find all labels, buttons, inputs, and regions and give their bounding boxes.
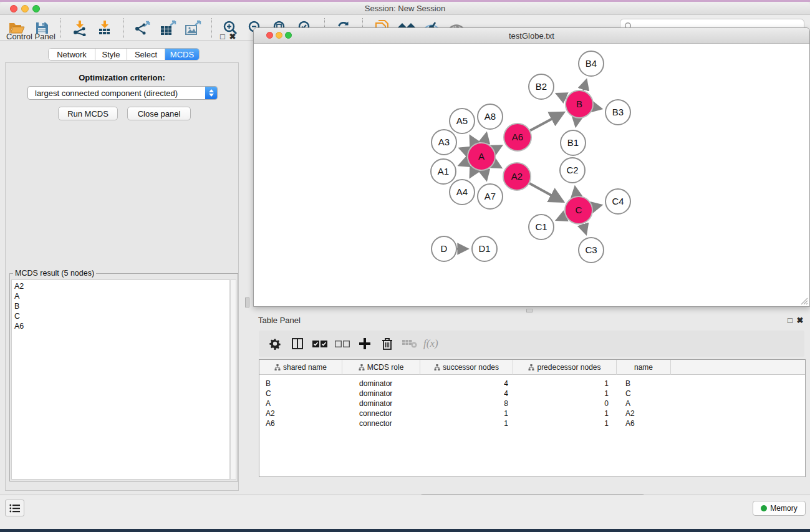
tab-mcds[interactable]: MCDS [165,49,199,60]
table-cell[interactable]: 4 [420,389,513,399]
table-cell[interactable]: 1 [513,379,617,389]
graph-edge-A-A3[interactable] [460,148,468,152]
graph-node-A3[interactable]: A3 [432,130,456,155]
table-cell[interactable]: dominator [342,379,420,389]
column-header-MCDS-role[interactable]: MCDS role [342,360,420,375]
graph-node-C[interactable]: C [565,196,592,224]
tab-network[interactable]: Network [49,49,95,60]
table-cell[interactable]: C [617,389,671,399]
graph-edge-A-A6[interactable] [494,146,501,150]
graph-node-A5[interactable]: A5 [450,109,475,133]
mcds-result-scrollbar[interactable] [230,279,236,480]
graph-edge-B-B3[interactable] [594,107,601,109]
graph-edge-A6-B[interactable] [530,113,562,130]
table-cell[interactable]: 4 [420,379,513,389]
resize-grip-icon[interactable] [799,297,808,305]
deselect-all-rows-button[interactable] [331,333,354,354]
table-settings-button[interactable] [264,333,286,354]
graph-edge-A-A2[interactable] [494,163,501,167]
table-cell[interactable]: connector [342,418,420,428]
graph-node-A4[interactable]: A4 [450,180,475,205]
table-cell[interactable]: 1 [513,418,617,428]
graph-node-A2[interactable]: A2 [503,163,531,190]
graph-node-D1[interactable]: D1 [472,236,497,261]
table-row[interactable]: Adominator80A [259,399,805,409]
table-cell[interactable]: A [259,399,342,409]
create-column-button[interactable] [354,333,376,354]
table-cell[interactable]: B [259,379,342,389]
delete-table-button[interactable] [398,333,421,354]
mcds-result-item[interactable]: A2 [14,281,229,291]
table-cell[interactable]: dominator [342,389,420,399]
graph-node-A7[interactable]: A7 [478,184,503,209]
graph-edge-C-C3[interactable] [583,224,586,233]
column-header-successor-nodes[interactable]: successor nodes [420,360,513,375]
float-panel-icon[interactable]: □ [218,32,228,41]
mcds-result-item[interactable]: A [14,291,229,301]
network-canvas[interactable]: B4B2BB3A5A8A6B1A3AC2A1A2A4A7C4CC1C3DD1 [254,44,809,306]
graph-edge-A-A5[interactable] [470,137,475,144]
memory-button[interactable]: Memory [753,501,806,516]
graph-edge-C-C1[interactable] [557,216,566,220]
graph-edge-B-B1[interactable] [576,118,577,126]
graph-node-A[interactable]: A [468,143,495,170]
mcds-result-item[interactable]: C [14,311,229,321]
run-mcds-button[interactable]: Run MCDS [58,107,118,120]
optimization-criterion-dropdown[interactable]: largest connected component (directed) [27,86,218,100]
table-cell[interactable]: A [617,399,671,409]
table-cell[interactable]: connector [342,409,420,418]
table-cell[interactable]: A6 [259,418,342,428]
close-panel-button[interactable]: Close panel [127,107,191,120]
graph-node-A8[interactable]: A8 [478,104,503,129]
graph-edge-B-B4[interactable] [583,80,586,90]
graph-edge-A-A1[interactable] [460,162,468,165]
graph-node-B3[interactable]: B3 [605,100,630,125]
graph-edge-A-A8[interactable] [485,133,486,142]
table-cell[interactable]: C [259,389,342,399]
table-cell[interactable]: A2 [259,409,342,418]
graph-node-B[interactable]: B [566,90,593,118]
column-header-predecessor-nodes[interactable]: predecessor nodes [513,360,617,375]
column-header-name[interactable]: name [617,360,671,375]
graph-node-D[interactable]: D [432,236,456,261]
graph-edge-A-A4[interactable] [470,169,475,177]
table-row[interactable]: A6connector11A6 [259,418,805,428]
table-cell[interactable]: A6 [617,418,671,428]
graph-edge-C-C2[interactable] [575,188,576,196]
graph-edge-A2-C[interactable] [529,183,562,201]
graph-node-C3[interactable]: C3 [579,238,604,263]
graph-node-A6[interactable]: A6 [504,123,531,151]
table-row[interactable]: A2connector11A2 [259,409,805,418]
graph-edge-C-C4[interactable] [592,205,600,207]
table-cell[interactable]: 1 [513,389,617,399]
table-cell[interactable]: B [617,379,671,389]
column-visibility-button[interactable] [286,333,309,354]
column-header-shared-name[interactable]: shared name [259,360,342,375]
table-cell[interactable]: 1 [420,409,513,418]
function-builder-button[interactable]: f(x) [423,337,438,350]
graph-node-A1[interactable]: A1 [431,159,456,184]
task-history-button[interactable] [5,500,24,516]
mcds-result-item[interactable]: B [14,301,229,311]
graph-edge-A-A7[interactable] [485,170,486,179]
close-panel-icon[interactable]: ✖ [228,32,238,41]
select-all-rows-button[interactable] [309,333,331,354]
close-table-panel-icon[interactable]: ✖ [795,316,805,325]
table-cell[interactable]: 1 [513,409,617,418]
graph-node-C4[interactable]: C4 [605,189,630,214]
graph-node-C1[interactable]: C1 [529,215,554,239]
table-cell[interactable]: 8 [420,399,513,409]
table-row[interactable]: Bdominator41B [259,379,805,389]
table-cell[interactable]: dominator [342,399,420,409]
table-cell[interactable]: 0 [513,399,617,409]
table-row[interactable]: Cdominator41C [259,389,805,399]
table-cell[interactable]: 1 [420,418,513,428]
graph-node-C2[interactable]: C2 [560,158,585,183]
graph-node-B2[interactable]: B2 [529,74,554,99]
graph-edge-B-B2[interactable] [557,94,566,99]
delete-column-button[interactable] [376,333,398,354]
tab-select[interactable]: Select [127,49,165,60]
float-table-panel-icon[interactable]: □ [785,316,795,325]
table-cell[interactable]: A2 [617,409,671,418]
vertical-divider-handle[interactable] [245,297,249,307]
